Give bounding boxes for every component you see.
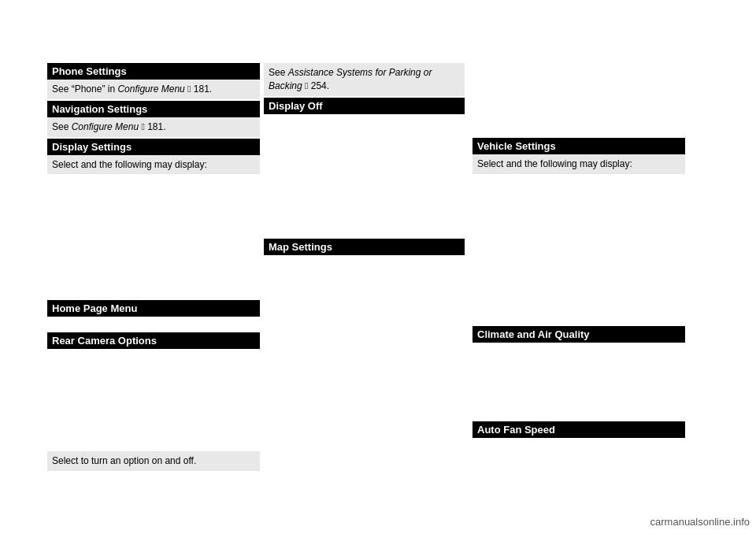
climate-air-quality-block: Climate and Air Quality: [472, 326, 685, 343]
navigation-settings-header: Navigation Settings: [47, 101, 260, 117]
display-off-header: Display Off: [264, 98, 465, 114]
climate-air-quality-header: Climate and Air Quality: [472, 326, 685, 343]
display-settings-body: Select and the following may display:: [47, 155, 260, 175]
navigation-settings-body: See Configure Menu 𡤠 181.: [47, 117, 260, 137]
vehicle-settings-header: Vehicle Settings: [472, 138, 685, 154]
map-settings-block: Map Settings: [264, 239, 465, 255]
column-2: See Assistance Systems for Parking or Ba…: [264, 63, 465, 257]
rear-camera-options-block: Rear Camera Options: [47, 332, 260, 349]
vehicle-settings-body: Select and the following may display:: [472, 154, 685, 174]
auto-fan-speed-block: Auto Fan Speed: [472, 421, 685, 438]
home-page-menu-header: Home Page Menu: [47, 300, 260, 317]
phone-settings-header: Phone Settings: [47, 63, 260, 80]
column-3: Vehicle Settings Select and the followin…: [472, 63, 685, 439]
navigation-settings-block: Navigation Settings See Configure Menu 𡤠…: [47, 101, 260, 137]
vehicle-settings-block: Vehicle Settings Select and the followin…: [472, 138, 685, 174]
assistance-systems-block: See Assistance Systems for Parking or Ba…: [264, 63, 465, 96]
page-content: Phone Settings See “Phone” in Configure …: [0, 0, 756, 534]
display-off-block: Display Off: [264, 98, 465, 114]
rear-camera-options-header: Rear Camera Options: [47, 332, 260, 349]
home-page-menu-block: Home Page Menu: [47, 300, 260, 317]
column-1: Phone Settings See “Phone” in Configure …: [47, 63, 260, 473]
display-settings-header: Display Settings: [47, 139, 260, 155]
display-settings-block: Display Settings Select and the followin…: [47, 139, 260, 175]
phone-settings-body: See “Phone” in Configure Menu 𡤠 181.: [47, 80, 260, 99]
phone-settings-block: Phone Settings See “Phone” in Configure …: [47, 63, 260, 99]
select-note-block: Select to turn an option on and off.: [47, 451, 260, 471]
map-settings-header: Map Settings: [264, 239, 465, 255]
select-note-body: Select to turn an option on and off.: [47, 451, 260, 471]
auto-fan-speed-header: Auto Fan Speed: [472, 421, 685, 438]
assistance-systems-body: See Assistance Systems for Parking or Ba…: [264, 63, 465, 96]
watermark: carmanualsonline.info: [650, 516, 750, 528]
